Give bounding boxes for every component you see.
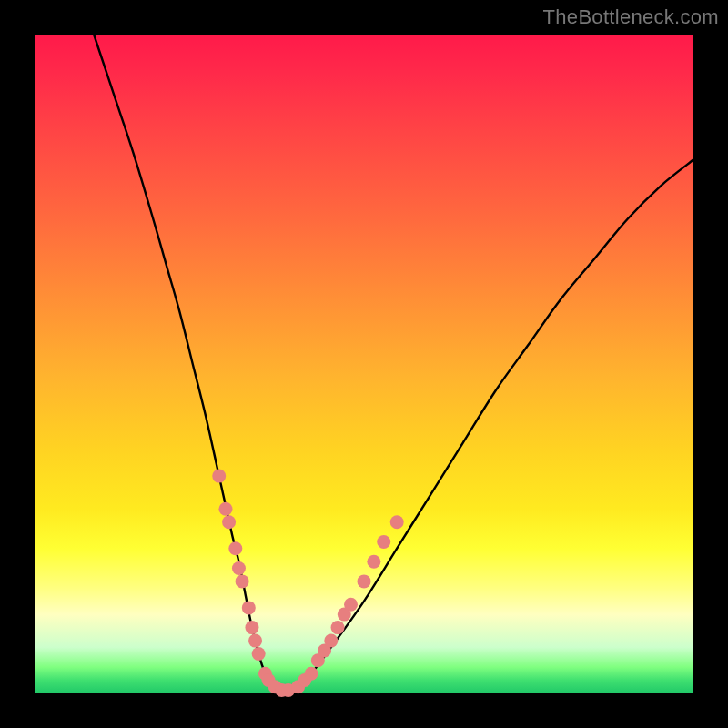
marker-dot: [252, 647, 266, 661]
bottleneck-curve: [94, 35, 693, 691]
marker-dot: [222, 515, 236, 529]
curve-svg: [35, 35, 693, 693]
chart-frame: TheBottleneck.com: [0, 0, 728, 728]
marker-dot: [228, 541, 242, 555]
marker-dot: [218, 502, 232, 516]
marker-dot: [390, 515, 404, 529]
marker-dot: [248, 634, 262, 648]
marker-dot: [331, 621, 345, 634]
marker-dot: [232, 561, 246, 575]
marker-dot: [344, 598, 358, 612]
marker-dot: [358, 574, 371, 588]
plot-area: [35, 35, 693, 693]
marker-dot: [367, 555, 380, 569]
watermark-text: TheBottleneck.com: [543, 5, 719, 29]
marker-dot: [245, 621, 258, 634]
marker-dot: [324, 634, 338, 648]
marker-dot: [236, 574, 249, 588]
marker-dot: [212, 470, 226, 483]
marker-dot: [242, 601, 256, 614]
marker-dot: [305, 667, 318, 681]
marker-dot: [377, 535, 390, 549]
